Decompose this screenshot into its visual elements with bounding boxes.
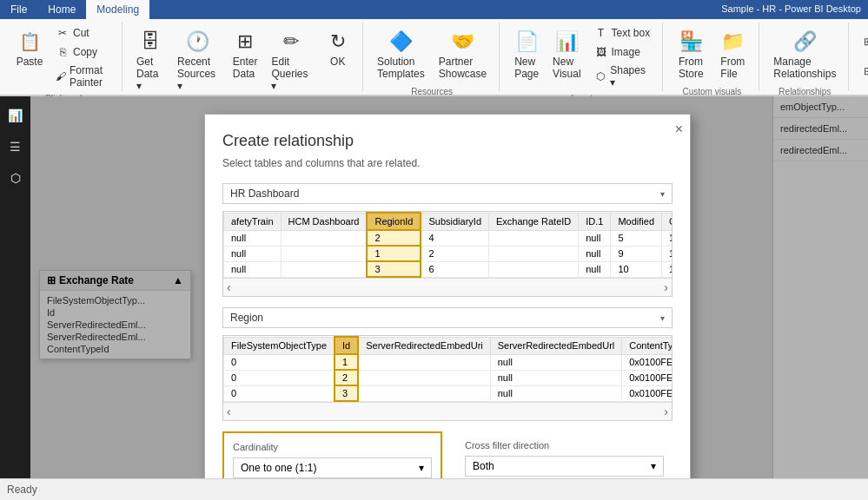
relationships-items: 🔗 ManageRelationships	[768, 24, 841, 83]
enter-data-icon: ⊞	[231, 28, 259, 56]
tab-home[interactable]: Home	[37, 0, 86, 19]
edit-queries-button[interactable]: ✏ EditQueries ▾	[266, 24, 316, 95]
table1-selected-value: HR Dashboard	[230, 188, 299, 200]
from-store-button[interactable]: 🏪 FromStore	[672, 24, 710, 83]
table2-relation-table: FileSystemObjectType Id ServerRedirected…	[222, 335, 673, 421]
ribbon-tabs: File Home Modeling Sample - HR - Power B…	[0, 0, 868, 19]
image-button[interactable]: 🖼 Image	[589, 43, 656, 61]
table1-col-crea: Crea	[662, 213, 673, 230]
tab-modeling[interactable]: Modeling	[86, 0, 149, 19]
cardinality-dropdown[interactable]: One to one (1:1) ▾	[233, 457, 432, 478]
new-visual-button[interactable]: 📊 NewVisual	[548, 24, 585, 83]
table-row: 0 1 null 0x0100FE4C2D96084C084B96	[224, 354, 673, 370]
new-column-button[interactable]: ⊟ New Column	[858, 57, 868, 85]
relationships-label: Relationships	[779, 83, 831, 96]
table2-col-serverredirectedembeduri: ServerRedirectedEmbedUri	[358, 337, 490, 354]
copy-icon: ⎘	[56, 45, 70, 59]
modal-title: Create relationship	[222, 132, 673, 150]
text-box-button[interactable]: T Text box	[589, 24, 656, 42]
shapes-icon: ⬡	[594, 69, 607, 83]
cross-filter-dropdown-arrow: ▾	[651, 460, 656, 472]
cell: null	[579, 261, 611, 277]
get-data-button[interactable]: 🗄 GetData ▾	[131, 24, 169, 95]
new-visual-icon: 📊	[553, 28, 580, 56]
tab-file[interactable]: File	[0, 0, 37, 19]
table1-col-safetytrain: afetyTrain	[224, 213, 282, 230]
cut-button[interactable]: ✂ Cut	[50, 24, 115, 42]
refresh-button[interactable]: ↻ OK	[320, 24, 355, 71]
cell: 18/09/2017 7:20:28 AM	[662, 261, 673, 277]
calculations-items: ⊞ New Measure ⊟ New Column	[858, 28, 868, 85]
new-measure-icon: ⊞	[863, 35, 868, 49]
insert-small-buttons: T Text box 🖼 Image ⬡ Shapes ▾	[589, 24, 656, 90]
format-painter-button[interactable]: 🖌 Format Painter	[50, 62, 115, 90]
cross-filter-value: Both	[473, 460, 494, 472]
cell: null	[490, 354, 622, 370]
edit-queries-icon: ✏	[277, 28, 305, 56]
from-file-button[interactable]: 📁 FromFile	[713, 24, 752, 83]
canvas-area: ⊞ Exchange Rate ▲ FileSystemObjectTyp...…	[30, 96, 868, 478]
resources-label: Resources	[411, 83, 453, 96]
cardinality-box: Cardinality One to one (1:1) ▾ Make this…	[222, 431, 442, 478]
table2-col-id[interactable]: Id	[335, 337, 358, 354]
manage-relationships-button[interactable]: 🔗 ManageRelationships	[768, 24, 841, 83]
table2-col-serverredirectedembedurl: ServerRedirectedEmbedUrl	[490, 337, 622, 354]
create-relationship-modal: × Create relationship Select tables and …	[204, 114, 691, 478]
cell: 18/09/2017 7:19:31 AM	[662, 246, 673, 261]
cell: null	[224, 230, 282, 246]
cell: 0x0100FE4C2D96084C084B96	[622, 354, 673, 370]
cell: 18/09/2017 7:07:39 AM	[662, 230, 673, 246]
table2-dropdown[interactable]: Region ▾	[222, 307, 673, 328]
partner-showcase-button[interactable]: 🤝 PartnerShowcase	[434, 24, 492, 83]
table2-prev-button[interactable]: ‹	[227, 405, 231, 418]
cross-filter-box: Cross filter direction Both ▾ Apply secu…	[456, 431, 673, 478]
table1-col-regionid[interactable]: RegionId	[367, 213, 421, 230]
table1-next-button[interactable]: ›	[664, 280, 668, 294]
table1-col-exchangerateid: Exchange RateID	[489, 213, 579, 230]
cell: 4	[421, 230, 488, 246]
enter-data-button[interactable]: ⊞ EnterData	[228, 24, 263, 83]
cardinality-label: Cardinality	[233, 442, 432, 452]
recent-sources-icon: 🕐	[184, 28, 212, 56]
table2-next-button[interactable]: ›	[664, 405, 668, 418]
recent-sources-button[interactable]: 🕐 RecentSources ▾	[172, 24, 224, 95]
table1-dropdown[interactable]: HR Dashboard ▾	[222, 183, 673, 204]
cell: 0	[224, 370, 335, 385]
ribbon-group-external-data: 🗄 GetData ▾ 🕐 RecentSources ▾ ⊞ EnterDat…	[124, 23, 363, 91]
cell: null	[579, 246, 611, 261]
copy-button[interactable]: ⎘ Copy	[50, 43, 115, 61]
sidebar-icon-data[interactable]: ☰	[3, 135, 28, 159]
cell-id: 2	[335, 370, 358, 385]
table2: FileSystemObjectType Id ServerRedirected…	[223, 336, 673, 402]
table-row: 0 2 null 0x0100FE4C2D96084C084B96	[224, 370, 673, 385]
cell: null	[490, 370, 622, 385]
cardinality-dropdown-arrow: ▾	[419, 462, 424, 474]
small-buttons-group: ✂ Cut ⎘ Copy 🖌 Format Painter	[50, 24, 115, 90]
ribbon-group-insert: 📄 NewPage 📊 NewVisual T Text box 🖼 Image	[501, 23, 663, 91]
modal-close-button[interactable]: ×	[675, 122, 683, 137]
paste-button[interactable]: 📋 Paste	[12, 24, 47, 71]
ribbon-group-relationships: 🔗 ManageRelationships Relationships	[761, 23, 849, 91]
table-row: null 3 6 null 10 18/09/2017 7:20:28 AM	[224, 261, 673, 277]
new-measure-button[interactable]: ⊞ New Measure	[858, 28, 868, 56]
sidebar-icon-report[interactable]: 📊	[3, 103, 28, 128]
new-page-button[interactable]: 📄 NewPage	[508, 24, 545, 83]
text-box-icon: T	[594, 26, 608, 40]
status-text: Ready	[7, 484, 37, 496]
solution-templates-button[interactable]: 🔷 SolutionTemplates	[372, 24, 430, 83]
sidebar-icon-model[interactable]: ⬡	[3, 166, 28, 190]
table-row: 0 3 null 0x0100FE4C2D96084C084B96	[224, 385, 673, 401]
cell: 5	[611, 230, 662, 246]
left-sidebar: 📊 ☰ ⬡	[0, 96, 30, 478]
cross-filter-dropdown[interactable]: Both ▾	[465, 456, 664, 477]
cell: null	[224, 261, 282, 277]
cell	[489, 246, 579, 261]
shapes-button[interactable]: ⬡ Shapes ▾	[589, 62, 656, 90]
from-store-icon: 🏪	[677, 28, 705, 56]
new-column-icon: ⊟	[863, 64, 868, 78]
table1-prev-button[interactable]: ‹	[227, 280, 231, 294]
table1-dropdown-arrow: ▾	[660, 189, 665, 199]
cell	[358, 354, 490, 370]
cell: 0	[224, 385, 335, 401]
manage-relationships-icon: 🔗	[791, 28, 818, 56]
